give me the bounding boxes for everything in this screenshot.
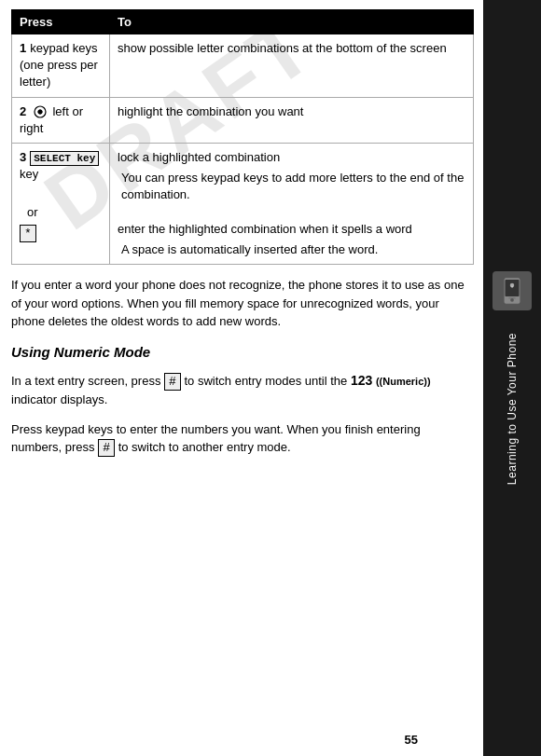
press-cell-3: 3SELECT key key or * bbox=[12, 143, 110, 264]
instruction-table: Press To 1keypad keys (one press per let… bbox=[11, 9, 474, 265]
table-row: 2 left or right highlight the comb bbox=[12, 97, 474, 143]
press-text-2: left or right bbox=[20, 104, 83, 135]
device-icon: i bbox=[498, 277, 526, 305]
hash-key-2: # bbox=[98, 439, 115, 457]
page-number: 55 bbox=[405, 733, 418, 747]
body-paragraph-3: Press keypad keys to enter the numbers y… bbox=[11, 420, 474, 458]
hash-key-1: # bbox=[164, 373, 181, 391]
para3-text2: to switch to another entry mode. bbox=[118, 440, 291, 454]
device-icon-box: i bbox=[492, 271, 532, 310]
to-text-3-main: lock a highlighted combination bbox=[118, 150, 280, 164]
right-sidebar: i Learning to Use Your Phone bbox=[483, 0, 541, 756]
para2-text2: to switch entry modes until the bbox=[184, 374, 347, 388]
svg-point-8 bbox=[510, 298, 514, 302]
press-cell-1: 1keypad keys (one press per letter) bbox=[12, 34, 110, 98]
row-number-1: 1 bbox=[20, 41, 26, 55]
svg-text:i: i bbox=[511, 285, 512, 289]
numeric-123: 123 bbox=[351, 373, 372, 388]
para2-text1: In a text entry screen, press bbox=[11, 374, 160, 388]
para2-text3: indicator displays. bbox=[11, 392, 107, 406]
table-row: 3SELECT key key or * lock a highlighted … bbox=[12, 143, 474, 264]
to-cell-3: lock a highlighted combination You can p… bbox=[110, 143, 474, 264]
to-note-3: You can press keypad keys to add more le… bbox=[118, 170, 465, 203]
numeric-label: ((Numeric)) bbox=[376, 376, 431, 387]
body-paragraph-2: In a text entry screen, press # to switc… bbox=[11, 371, 474, 409]
col-press: Press bbox=[12, 10, 110, 34]
main-content: DRAFT Press To 1keypad keys (one press p… bbox=[0, 0, 485, 756]
svg-point-5 bbox=[38, 111, 41, 114]
to-text-3-star: enter the highlighted combination when i… bbox=[118, 222, 412, 236]
row-number-2: 2 bbox=[20, 104, 26, 118]
col-to: To bbox=[110, 10, 474, 34]
table-row: 1keypad keys (one press per letter) show… bbox=[12, 34, 474, 98]
press-text-1: keypad keys (one press per letter) bbox=[20, 41, 98, 89]
sidebar-label: Learning to Use Your Phone bbox=[506, 333, 519, 485]
nav-icon bbox=[34, 105, 47, 118]
body-paragraph-1: If you enter a word your phone does not … bbox=[11, 276, 474, 331]
to-space-3: A space is automatically inserted after … bbox=[118, 241, 465, 258]
star-key: * bbox=[20, 225, 36, 242]
select-key: SELECT key bbox=[30, 151, 99, 166]
or-label: or bbox=[20, 200, 102, 225]
to-cell-2: highlight the combination you want bbox=[110, 97, 474, 143]
press-text-3b: key bbox=[20, 167, 38, 181]
to-cell-1: show possible letter combinations at the… bbox=[110, 34, 474, 98]
section-heading-numeric: Using Numeric Mode bbox=[11, 344, 474, 360]
svg-rect-9 bbox=[508, 297, 516, 298]
row-number-3: 3 bbox=[20, 150, 26, 164]
press-cell-2: 2 left or right bbox=[12, 97, 110, 143]
